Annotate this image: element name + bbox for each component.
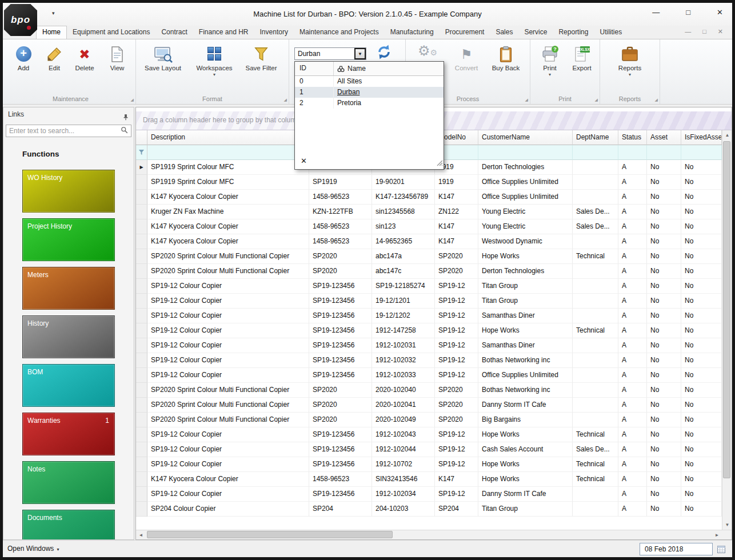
horizontal-scroll-thumb[interactable] bbox=[147, 531, 393, 538]
date-picker[interactable]: 08 Feb 2018 bbox=[640, 543, 713, 555]
table-row[interactable]: SP2020 Sprint Colour Multi Functional Co… bbox=[136, 383, 722, 398]
table-row[interactable]: SP204 Colour CopierSP204204-10203SP204Ti… bbox=[136, 502, 722, 517]
search-icon[interactable] bbox=[121, 126, 128, 136]
table-row[interactable]: SP2020 Sprint Colour Multi Functional Co… bbox=[136, 398, 722, 413]
group-launcher-icon[interactable]: ◢ bbox=[284, 98, 287, 102]
table-row[interactable]: SP19-12 Colour CopierSP19-1234561912-102… bbox=[136, 442, 722, 457]
vertical-scroll-thumb[interactable] bbox=[723, 141, 730, 478]
tab-contract[interactable]: Contract bbox=[155, 26, 193, 38]
clear-filter-button[interactable]: ✕ bbox=[301, 157, 307, 165]
column-header-status[interactable]: Status bbox=[618, 130, 647, 145]
group-launcher-icon[interactable]: ◢ bbox=[595, 98, 598, 102]
export-button[interactable]: XLSX Export bbox=[567, 43, 597, 72]
function-button-project-history[interactable]: Project History bbox=[22, 218, 115, 261]
table-row[interactable]: SP2020 Sprint Colour Multi Functional Co… bbox=[136, 264, 722, 279]
vertical-scrollbar[interactable]: ▲ ▼ bbox=[722, 130, 732, 530]
function-button-wo-history[interactable]: WO History bbox=[22, 170, 115, 213]
column-header-asset[interactable]: Asset bbox=[647, 130, 681, 145]
view-button[interactable]: View bbox=[104, 43, 130, 72]
vertical-scroll-track[interactable] bbox=[722, 140, 732, 520]
convert-button[interactable]: ⚑ Convert bbox=[449, 43, 484, 72]
scroll-up-icon[interactable]: ▲ bbox=[722, 130, 732, 140]
tab-manufacturing[interactable]: Manufacturing bbox=[385, 26, 440, 38]
add-button[interactable]: + Add bbox=[9, 43, 38, 72]
filter-cell-description[interactable] bbox=[147, 145, 309, 160]
maximize-button[interactable]: □ bbox=[686, 8, 690, 17]
site-dropdown-col-id[interactable]: ID bbox=[295, 62, 334, 75]
site-option-all-sites[interactable]: 0All Sites bbox=[295, 76, 444, 87]
table-row[interactable]: SP19-12 Colour CopierSP19-1234561912-102… bbox=[136, 338, 722, 353]
tab-service[interactable]: Service bbox=[518, 26, 553, 38]
table-row[interactable]: SP19-12 Colour CopierSP19-12345619-12/12… bbox=[136, 309, 722, 323]
table-row[interactable]: SP19-12 Colour CopierSP19-1234561912-107… bbox=[136, 457, 722, 472]
table-row[interactable]: K147 Kyocera Colour Copier1458-96523SIN3… bbox=[136, 472, 722, 487]
buy-back-button[interactable]: Buy Back bbox=[487, 43, 525, 72]
save-layout-button[interactable]: Save Layout bbox=[143, 43, 183, 72]
column-header-is_fixed_asset[interactable]: IsFixedAsset bbox=[681, 130, 722, 145]
filter-cell-customer_name[interactable] bbox=[478, 145, 573, 160]
workspaces-button[interactable]: Workspaces ▾ bbox=[193, 43, 235, 77]
tab-inventory[interactable]: Inventory bbox=[254, 26, 294, 38]
site-option-pretoria[interactable]: 2Pretoria bbox=[295, 98, 444, 109]
combo-dropdown-icon[interactable]: ▼ bbox=[354, 48, 366, 59]
table-row[interactable]: SP19-12 Colour CopierSP19-1234561912-102… bbox=[136, 487, 722, 502]
scroll-right-icon[interactable]: ► bbox=[712, 530, 722, 540]
horizontal-scroll-track[interactable] bbox=[146, 530, 712, 539]
function-button-bom[interactable]: BOM bbox=[22, 364, 115, 407]
table-row[interactable]: SP19-12 Colour CopierSP19-1234561912-102… bbox=[136, 368, 722, 383]
function-button-history[interactable]: History bbox=[22, 315, 115, 358]
quick-access-dropdown-icon[interactable]: ▾ bbox=[52, 10, 55, 16]
function-button-meters[interactable]: Meters bbox=[22, 267, 115, 310]
document-close-icon[interactable]: ✕ bbox=[718, 28, 723, 35]
tab-maintenance-and-projects[interactable]: Maintenance and Projects bbox=[294, 26, 385, 38]
tab-reporting[interactable]: Reporting bbox=[553, 26, 594, 38]
function-button-notes[interactable]: Notes bbox=[22, 461, 115, 504]
site-filter-combo[interactable]: ▼ bbox=[294, 47, 366, 60]
tab-utilities[interactable]: Utilities bbox=[594, 26, 628, 38]
table-row[interactable]: SP19-12 Colour CopierSP19-1234561912-102… bbox=[136, 427, 722, 442]
table-row[interactable]: K147 Kyocera Colour Copier1458-96523K147… bbox=[136, 190, 722, 205]
group-launcher-icon[interactable]: ◢ bbox=[655, 98, 658, 102]
function-button-documents[interactable]: Documents bbox=[22, 510, 115, 540]
filter-cell-asset[interactable] bbox=[647, 145, 681, 160]
calendar-icon[interactable] bbox=[717, 545, 726, 554]
table-row[interactable]: K147 Kyocera Colour Copier1458-9652314-9… bbox=[136, 234, 722, 249]
site-filter-input[interactable] bbox=[295, 48, 354, 59]
open-windows-button[interactable]: Open Windows▾ bbox=[7, 545, 59, 553]
horizontal-scrollbar[interactable]: ◄ ► bbox=[136, 530, 732, 539]
refresh-button[interactable] bbox=[370, 41, 398, 62]
close-button[interactable]: ✕ bbox=[717, 8, 723, 17]
pin-icon[interactable] bbox=[122, 111, 129, 126]
tab-finance-and-hr[interactable]: Finance and HR bbox=[193, 26, 254, 38]
table-row[interactable]: SP2020 Sprint Colour Multi Functional Co… bbox=[136, 249, 722, 264]
site-option-durban[interactable]: 1Durban bbox=[295, 87, 444, 98]
table-row[interactable]: SP19-12 Colour CopierSP19-12345619-12/12… bbox=[136, 294, 722, 309]
column-header-description[interactable]: Description bbox=[147, 130, 309, 145]
tab-sales[interactable]: Sales bbox=[490, 26, 518, 38]
filter-cell-dept_name[interactable] bbox=[573, 145, 618, 160]
minimize-button[interactable]: — bbox=[652, 8, 660, 17]
group-launcher-icon[interactable]: ◢ bbox=[131, 98, 134, 102]
column-header-customer_name[interactable]: CustomerName bbox=[478, 130, 573, 145]
scroll-down-icon[interactable]: ▼ bbox=[722, 520, 732, 530]
print-button[interactable]: ? Print ▾ bbox=[536, 43, 564, 77]
table-row[interactable]: SP19-12 Colour CopierSP19-123456SP19-121… bbox=[136, 279, 722, 294]
column-header-dept_name[interactable]: DeptName bbox=[573, 130, 618, 145]
tab-equipment-and-locations[interactable]: Equipment and Locations bbox=[67, 26, 155, 38]
delete-button[interactable]: ✖ Delete bbox=[70, 43, 99, 72]
tab-procurement[interactable]: Procurement bbox=[440, 26, 490, 38]
resize-grip-icon[interactable] bbox=[436, 158, 443, 169]
reports-button[interactable]: Reports ▾ bbox=[612, 43, 648, 77]
group-launcher-icon[interactable]: ◢ bbox=[525, 98, 528, 102]
filter-cell-status[interactable] bbox=[618, 145, 647, 160]
filter-cell-is_fixed_asset[interactable] bbox=[681, 145, 722, 160]
scroll-left-icon[interactable]: ◄ bbox=[136, 530, 146, 540]
edit-button[interactable]: Edit bbox=[41, 43, 67, 72]
function-button-warranties[interactable]: Warranties1 bbox=[22, 413, 115, 455]
table-row[interactable]: SP19-12 Colour CopierSP19-1234561912-147… bbox=[136, 323, 722, 338]
save-filter-button[interactable]: Save Filter bbox=[242, 43, 280, 72]
table-row[interactable]: SP1919 Sprint Colour MFCSP191919-9020119… bbox=[136, 175, 722, 190]
table-row[interactable]: K147 Kyocera Colour Copier1458-96523sin1… bbox=[136, 219, 722, 234]
document-minimize-icon[interactable]: — bbox=[685, 28, 691, 35]
table-row[interactable]: Kruger ZN Fax MachineKZN-122TFBsin123455… bbox=[136, 205, 722, 219]
